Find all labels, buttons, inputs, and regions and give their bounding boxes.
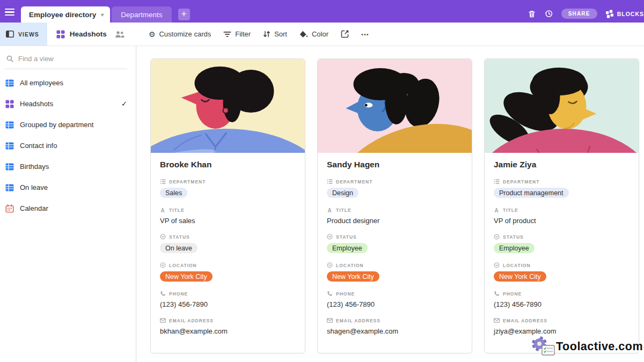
- select-field-icon: [494, 234, 500, 240]
- plus-icon: +: [181, 9, 186, 18]
- grid-view-icon: [5, 162, 14, 171]
- hamburger-menu-icon[interactable]: [5, 9, 14, 18]
- blocks-button[interactable]: BLOCKS: [605, 10, 644, 18]
- title-value: Product designer: [327, 217, 463, 225]
- field-label: LOCATION: [169, 263, 197, 268]
- find-view-input[interactable]: [18, 55, 109, 63]
- email-value: bkhan@example.com: [160, 327, 296, 335]
- topbar-actions: SHARE BLOCKS: [528, 9, 644, 19]
- multiselect-field-icon: [327, 179, 333, 184]
- employee-name: Jamie Ziya: [494, 160, 630, 169]
- tab-employee-directory[interactable]: Employee directory ▾: [21, 6, 110, 23]
- department-pill: Sales: [160, 188, 187, 198]
- multiselect-field-icon: [494, 179, 500, 184]
- view-toolbar: VIEWS Headshots ⚙ Customize cards Filter…: [0, 23, 644, 46]
- check-icon: ✓: [121, 100, 127, 108]
- employee-name: Brooke Khan: [160, 160, 296, 169]
- grid-view-icon: [5, 142, 14, 150]
- select-field-icon: [327, 262, 333, 268]
- share-view-icon[interactable]: [341, 30, 349, 38]
- field-label: LOCATION: [503, 263, 531, 268]
- paint-bucket-icon: [299, 31, 308, 38]
- trash-icon[interactable]: [528, 10, 536, 18]
- watermark-gear-icon: [530, 335, 556, 358]
- field-label: DEPARTMENT: [336, 179, 372, 184]
- status-pill: On leave: [160, 243, 197, 253]
- views-sidebar: All employees Headshots ✓ Grouped by dep…: [0, 46, 136, 362]
- email-field-icon: [327, 317, 333, 323]
- department-pill: Product management: [494, 188, 569, 198]
- employee-card[interactable]: Sandy Hagen DEPARTMENT Design ATITLE Pro…: [317, 58, 472, 353]
- location-pill: New York City: [327, 271, 379, 282]
- phone-field-icon: [327, 291, 333, 297]
- calendar-view-icon: [5, 204, 14, 213]
- field-label: TITLE: [336, 208, 352, 213]
- share-button[interactable]: SHARE: [561, 9, 597, 19]
- add-table-button[interactable]: +: [178, 9, 190, 20]
- phone-field-icon: [494, 291, 500, 297]
- field-label: STATUS: [336, 234, 357, 240]
- divider: [4, 69, 127, 69]
- sidebar-item-all-employees[interactable]: All employees: [0, 72, 136, 93]
- employee-card[interactable]: Brooke Khan DEPARTMENT Sales ATITLE VP o…: [150, 58, 305, 353]
- sidebar-item-headshots[interactable]: Headshots ✓: [0, 93, 136, 114]
- current-view-button[interactable]: Headshots: [56, 30, 107, 39]
- field-label: PHONE: [503, 291, 522, 297]
- employee-card[interactable]: Jamie Ziya DEPARTMENT Product management…: [484, 58, 639, 353]
- text-field-icon: A: [160, 207, 166, 213]
- top-bar: Employee directory ▾ Departments + SHARE…: [0, 0, 644, 23]
- sidebar-item-contact-info[interactable]: Contact info: [0, 135, 136, 156]
- sidebar-item-birthdays[interactable]: Birthdays: [0, 156, 136, 177]
- employee-name: Sandy Hagen: [327, 160, 463, 169]
- field-label: PHONE: [169, 291, 188, 297]
- field-label: STATUS: [503, 234, 524, 240]
- sidebar-item-on-leave[interactable]: On leave: [0, 177, 136, 198]
- more-options-icon[interactable]: •••: [361, 31, 369, 38]
- phone-value: (123) 456-7890: [327, 300, 463, 308]
- grid-view-icon: [5, 121, 14, 129]
- select-field-icon: [160, 262, 166, 268]
- status-pill: Employee: [494, 243, 535, 253]
- color-button[interactable]: Color: [299, 30, 328, 38]
- select-field-icon: [327, 234, 333, 240]
- headshot-illustration: [151, 59, 305, 153]
- field-label: EMAIL ADDRESS: [503, 318, 547, 323]
- watermark-text: Toolactive.com: [556, 340, 643, 353]
- field-label: DEPARTMENT: [169, 179, 206, 184]
- svg-text:A: A: [160, 208, 165, 213]
- text-field-icon: A: [494, 207, 500, 213]
- select-field-icon: [494, 262, 500, 268]
- collaborators-icon[interactable]: [115, 31, 125, 38]
- blocks-icon: [605, 10, 614, 18]
- sort-icon: [263, 31, 270, 38]
- field-label: STATUS: [169, 234, 190, 240]
- headshot-illustration: [485, 59, 639, 153]
- filter-button[interactable]: Filter: [223, 30, 251, 38]
- sort-button[interactable]: Sort: [263, 30, 287, 38]
- gallery-area: Brooke Khan DEPARTMENT Sales ATITLE VP o…: [136, 46, 644, 362]
- filter-icon: [223, 31, 231, 38]
- location-pill: New York City: [494, 271, 546, 282]
- location-pill: New York City: [160, 271, 213, 282]
- text-field-icon: A: [327, 207, 333, 213]
- watermark: Toolactive.com: [530, 335, 643, 358]
- email-field-icon: [160, 317, 166, 323]
- gallery-view-icon: [5, 100, 14, 108]
- customize-cards-button[interactable]: ⚙ Customize cards: [149, 30, 211, 39]
- field-label: TITLE: [169, 208, 185, 213]
- views-sidebar-toggle[interactable]: VIEWS: [0, 23, 47, 46]
- gallery-view-icon: [56, 30, 65, 39]
- title-value: VP of sales: [160, 217, 296, 225]
- sidebar-item-calendar[interactable]: Calendar: [0, 198, 136, 219]
- sidebar-item-grouped-by-department[interactable]: Grouped by department: [0, 114, 136, 135]
- status-pill: Employee: [327, 243, 368, 253]
- history-icon[interactable]: [544, 9, 553, 18]
- phone-value: (123) 456-7890: [160, 300, 296, 308]
- email-value: shagen@example.com: [327, 327, 463, 335]
- grid-view-icon: [5, 183, 14, 192]
- email-field-icon: [494, 317, 500, 323]
- select-field-icon: [160, 234, 166, 240]
- tab-departments[interactable]: Departments: [112, 6, 171, 23]
- phone-field-icon: [160, 291, 166, 297]
- search-icon: [6, 55, 13, 62]
